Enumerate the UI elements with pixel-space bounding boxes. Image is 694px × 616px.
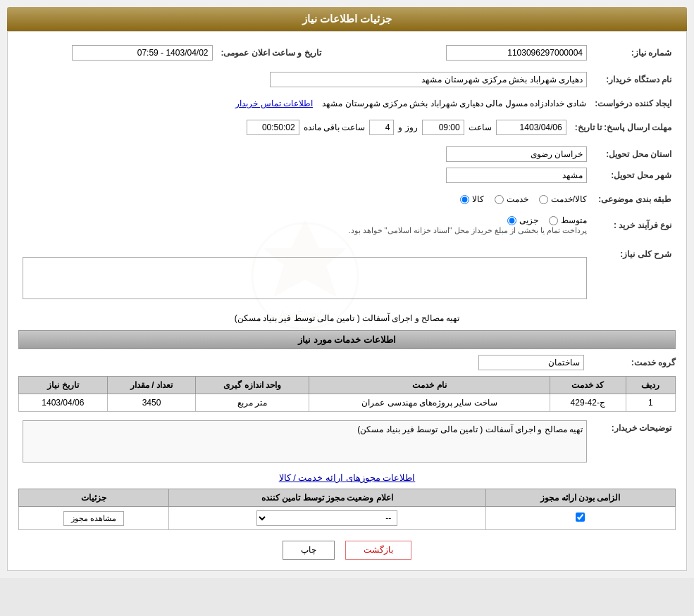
group-service-row: گروه خدمت:: [18, 355, 676, 370]
group-service-input[interactable]: [478, 355, 584, 370]
province-input[interactable]: [446, 146, 587, 162]
radio-jozi-input[interactable]: [507, 216, 516, 225]
basic-info-table: شماره نیاز: تاریخ و ساعت اعلان عمومی:: [18, 42, 676, 63]
purchase-note: پرداخت تمام یا بخشی از مبلغ خریداز محل "…: [348, 226, 587, 234]
province-value: [18, 144, 591, 165]
general-desc-table: شرح کلی نیاز: AnaElender: [18, 244, 676, 308]
col-qty: تعداد / مقدار: [107, 377, 196, 394]
announce-value: [18, 42, 217, 63]
cell-row: 1: [626, 394, 675, 412]
deadline-days-label: روز و: [398, 122, 417, 132]
permit-row: -- مشاهده مجوز: [19, 507, 676, 530]
buyer-org-label: نام دستگاه خریدار:: [591, 69, 676, 90]
deadline-table: مهلت ارسال پاسخ: تا تاریخ: ساعت روز و سا…: [18, 117, 676, 138]
city-label: شهر محل تحویل:: [591, 165, 676, 186]
permit-required-checkbox[interactable]: [576, 513, 585, 522]
deadline-remaining-input[interactable]: [247, 120, 299, 135]
deadline-row: ساعت روز و ساعت باقی مانده: [23, 120, 566, 135]
purchase-type-label: نوع فرآیند خرید :: [591, 213, 676, 238]
radio-kala-khadamat[interactable]: کالا/خدمت: [539, 194, 587, 204]
permits-table: الزامی بودن ارائه مجوز اعلام وضعیت مجوز …: [18, 489, 676, 530]
radio-jozi[interactable]: جزیی: [507, 215, 538, 225]
deadline-date-input[interactable]: [496, 120, 566, 135]
requester-text: شادی خدادادزاده مسول مالی دهیاری شهراباد…: [322, 99, 586, 108]
deadline-time-label: ساعت: [469, 122, 492, 132]
category-label: طبقه بندی موضوعی:: [591, 191, 676, 207]
deadline-days-input[interactable]: [369, 120, 394, 135]
need-number-value: [393, 42, 592, 63]
radio-kala[interactable]: کالا: [460, 194, 484, 204]
group-service-label: گروه خدمت:: [591, 358, 676, 367]
general-desc-label: شرح کلی نیاز:: [591, 244, 676, 308]
cell-unit: متر مربع: [196, 394, 309, 412]
col-row: ردیف: [626, 377, 675, 394]
requester-value: شادی خدادادزاده مسول مالی دهیاری شهراباد…: [18, 96, 590, 111]
buyer-org-input[interactable]: [270, 72, 587, 87]
buyer-desc-value: تهیه مصالح و اجرای آسفالت ( تامین مالی ت…: [18, 417, 591, 465]
col-permit-required: الزامی بودن ارائه مجوز: [485, 489, 675, 507]
page-title: جزئیات اطلاعات نیاز: [7, 7, 687, 31]
general-desc-value: AnaElender: [18, 244, 591, 308]
contact-link[interactable]: اطلاعات تماس خریدار: [235, 99, 313, 108]
col-permit-status: اعلام وضعیت مجوز توسط تامین کننده: [168, 489, 485, 507]
requester-table: ایجاد کننده درخواست: شادی خدادادزاده مسو…: [18, 96, 676, 111]
requester-label: ایجاد کننده درخواست:: [590, 96, 676, 111]
col-name: نام خدمت: [309, 377, 550, 394]
radio-mutavasset-input[interactable]: [549, 216, 558, 225]
deadline-remaining-label: ساعت باقی مانده: [304, 122, 366, 132]
need-number-label: شماره نیاز:: [591, 42, 676, 63]
buyer-desc-box: تهیه مصالح و اجرای آسفالت ( تامین مالی ت…: [23, 420, 587, 463]
buyer-desc-label: توضیحات خریدار:: [591, 417, 676, 465]
col-permit-details: جزئیات: [19, 489, 169, 507]
buyer-desc-text: تهیه مصالح و اجرای آسفالت ( تامین مالی ت…: [357, 425, 583, 434]
col-code: کد خدمت: [550, 377, 626, 394]
section-permits-link[interactable]: اطلاعات مجوزهای ارائه خدمت / کالا: [18, 472, 676, 483]
table-row: 1 ج-42-429 ساخت سایر پروژه‌های مهندسی عم…: [19, 394, 676, 412]
cell-code: ج-42-429: [550, 394, 626, 412]
permit-status-select[interactable]: --: [256, 510, 397, 526]
province-table: استان محل تحویل: شهر محل تحویل:: [18, 144, 676, 186]
permit-status-cell: --: [168, 507, 485, 530]
radio-kala-khadamat-input[interactable]: [539, 195, 548, 204]
view-permit-button[interactable]: مشاهده مجوز: [63, 511, 124, 526]
province-label: استان محل تحویل:: [591, 144, 676, 165]
svg-text:AnaElender: AnaElender: [279, 309, 331, 320]
cell-date: 1403/04/06: [19, 394, 108, 412]
announce-input[interactable]: [72, 45, 213, 61]
announce-label: تاریخ و ساعت اعلان عمومی:: [217, 42, 358, 63]
radio-kala-input[interactable]: [460, 195, 469, 204]
purchase-radio-group: متوسط جزیی: [507, 215, 587, 225]
category-radio-group: کالا/خدمت خدمت کالا: [460, 194, 587, 204]
buyer-desc-table: توضیحات خریدار: تهیه مصالح و اجرای آسفال…: [18, 417, 676, 465]
footer-buttons: بازگشت چاپ: [18, 541, 676, 560]
permit-details-cell: مشاهده مجوز: [19, 507, 169, 530]
col-date: تاریخ نیاز: [19, 377, 108, 394]
buyer-org-value: [18, 69, 591, 90]
city-value: [18, 165, 591, 186]
page-wrapper: جزئیات اطلاعات نیاز شماره نیاز: تاریخ و …: [0, 0, 694, 578]
main-content: شماره نیاز: تاریخ و ساعت اعلان عمومی: نا…: [7, 31, 687, 571]
radio-khadamat[interactable]: خدمت: [495, 194, 528, 204]
need-number-input[interactable]: [446, 45, 587, 61]
deadline-label: مهلت ارسال پاسخ: تا تاریخ:: [571, 117, 676, 138]
desc-watermark-area: AnaElender: [23, 246, 587, 305]
cell-qty: 3450: [107, 394, 196, 412]
services-table: ردیف کد خدمت نام خدمت واحد اندازه گیری ت…: [18, 376, 676, 412]
permit-required-cell: [485, 507, 675, 530]
deadline-info: ساعت روز و ساعت باقی مانده: [18, 117, 571, 138]
print-button[interactable]: چاپ: [283, 541, 335, 560]
radio-khadamat-input[interactable]: [495, 195, 504, 204]
back-button[interactable]: بازگشت: [345, 541, 411, 560]
buyer-org-table: نام دستگاه خریدار:: [18, 69, 676, 90]
deadline-time-input[interactable]: [422, 120, 464, 135]
cell-name: ساخت سایر پروژه‌های مهندسی عمران: [309, 394, 550, 412]
col-unit: واحد اندازه گیری: [196, 377, 309, 394]
city-input[interactable]: [446, 168, 587, 183]
radio-mutavasset[interactable]: متوسط: [549, 215, 587, 225]
watermark-logo: AnaElender: [235, 206, 376, 346]
